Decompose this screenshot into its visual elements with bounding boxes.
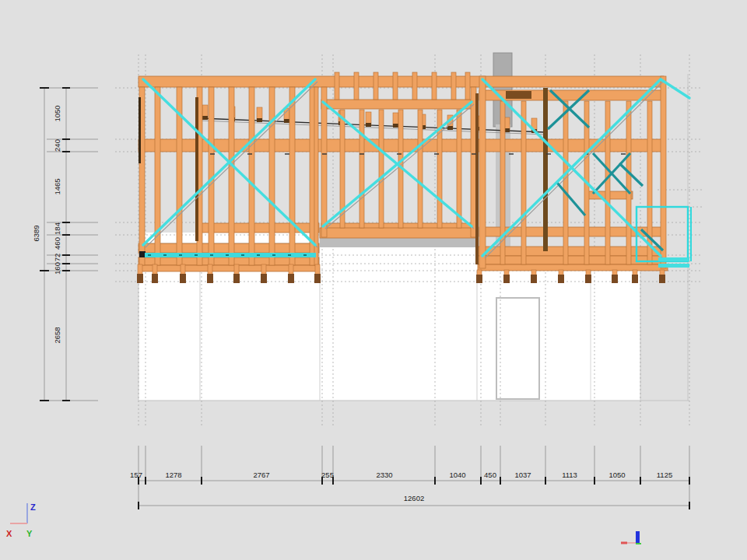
dim-left-seg-5: 72 (53, 254, 61, 262)
dim-bottom-total: 12602 (404, 494, 424, 502)
dim-bottom-seg-7: 1037 (514, 471, 531, 479)
x-axis-label: X (6, 529, 12, 538)
dim-bottom-seg-6: 450 (484, 471, 496, 479)
dim-left-seg-3: 184 (53, 222, 61, 235)
dim-left-seg-2: 1465 (53, 178, 61, 194)
mini-z-axis (636, 531, 640, 543)
dim-bottom-seg-2: 2767 (253, 471, 269, 479)
y-axis-label: Y (26, 529, 33, 538)
dim-left-seg-4: 460 (53, 237, 61, 250)
dim-bottom-seg-5: 1040 (449, 471, 465, 479)
dim-left-seg-6: 160 (53, 262, 61, 275)
dim-bottom-seg-3: 255 (321, 471, 334, 479)
dim-bottom-seg-10: 1125 (657, 471, 672, 479)
floor-insulation-stripe (145, 253, 316, 257)
dim-left-seg-0: 1050 (53, 105, 61, 121)
floor-slab (320, 238, 477, 247)
dim-bottom-seg-8: 1113 (562, 471, 577, 479)
cad-viewport[interactable]: 1050 240 1465 184 460 72 160 2658 6389 (0, 0, 747, 560)
dim-bottom-seg-4: 2330 (376, 471, 392, 479)
dim-bottom-seg-0: 157 (130, 471, 142, 479)
dim-bottom-seg-1: 1278 (165, 471, 181, 479)
dim-left-seg-1: 240 (53, 139, 61, 152)
dim-bottom-seg-9: 1050 (608, 471, 625, 479)
dim-left-total: 6389 (32, 225, 40, 241)
dim-left-seg-7: 2658 (53, 327, 61, 343)
z-axis-label: Z (30, 502, 36, 512)
door-opening (496, 298, 539, 399)
